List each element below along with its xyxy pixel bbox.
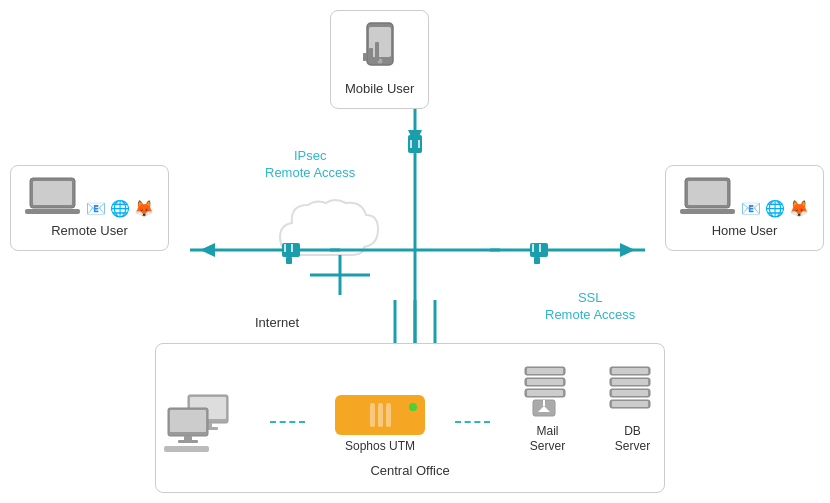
internet-label: Internet	[255, 315, 299, 330]
ssl-label: SSL Remote Access	[545, 290, 635, 324]
central-office-box: Sophos UTM	[155, 343, 665, 493]
svg-rect-59	[612, 390, 648, 396]
utm-device	[335, 395, 425, 435]
remote-user-app-icons: 📧 🌐 🦊	[86, 199, 154, 218]
svg-marker-9	[408, 130, 422, 145]
mail-server-label: Mail Server	[520, 424, 575, 455]
svg-rect-35	[680, 209, 735, 214]
svg-rect-46	[527, 368, 563, 374]
svg-rect-31	[33, 181, 72, 205]
mail-server-icon	[520, 362, 575, 422]
svg-rect-17	[286, 257, 292, 264]
svg-rect-48	[527, 379, 563, 385]
svg-rect-16	[282, 243, 300, 257]
home-user-app-icons: 📧 🌐 🦊	[741, 199, 809, 218]
svg-rect-32	[25, 209, 80, 214]
svg-rect-43	[178, 440, 198, 443]
sophos-utm-label: Sophos UTM	[345, 439, 415, 455]
remote-user-label: Remote User	[51, 223, 128, 240]
mobile-user-node: Mobile User	[330, 10, 429, 109]
svg-rect-27	[363, 53, 367, 61]
svg-rect-20	[530, 243, 548, 257]
remote-user-node: 📧 🌐 🦊 Remote User	[10, 165, 169, 251]
db-server-group: DB Server	[605, 362, 660, 455]
remote-user-box: 📧 🌐 🦊 Remote User	[10, 165, 169, 251]
dotted-line-left	[270, 421, 305, 423]
svg-rect-21	[534, 257, 540, 264]
mail-server-group: Mail Server	[520, 362, 575, 455]
db-server-icon	[605, 362, 660, 422]
central-office-node: Sophos UTM	[155, 343, 665, 493]
svg-rect-12	[408, 135, 422, 153]
home-user-label: Home User	[712, 223, 778, 240]
svg-rect-57	[612, 379, 648, 385]
svg-marker-10	[200, 243, 215, 257]
db-server-label: DB Server	[605, 424, 660, 455]
central-office-label: Central Office	[170, 463, 650, 482]
svg-rect-44	[164, 446, 209, 452]
network-diagram: Mobile User 📧 🌐 🦊 Remote User	[0, 0, 830, 503]
svg-rect-13	[412, 130, 418, 137]
home-laptop-icon	[680, 176, 735, 218]
svg-rect-50	[527, 390, 563, 396]
svg-rect-29	[375, 42, 379, 61]
svg-rect-55	[612, 368, 648, 374]
home-user-box: 📧 🌐 🦊 Home User	[665, 165, 824, 251]
mobile-icon	[355, 21, 405, 76]
mobile-user-label: Mobile User	[345, 81, 414, 98]
svg-rect-61	[612, 401, 648, 407]
home-user-node: 📧 🌐 🦊 Home User	[665, 165, 824, 251]
workstations-icon	[160, 390, 240, 455]
svg-rect-28	[369, 48, 373, 61]
svg-rect-41	[170, 410, 206, 432]
svg-marker-11	[620, 243, 635, 257]
dotted-line-right	[455, 421, 490, 423]
mobile-user-box: Mobile User	[330, 10, 429, 109]
central-inner: Sophos UTM	[140, 354, 680, 459]
svg-rect-34	[688, 181, 727, 205]
sophos-utm-group: Sophos UTM	[335, 395, 425, 455]
laptop-icon	[25, 176, 80, 218]
ipsec-label: IPsec Remote Access	[265, 148, 355, 182]
workstations-group	[160, 390, 240, 455]
